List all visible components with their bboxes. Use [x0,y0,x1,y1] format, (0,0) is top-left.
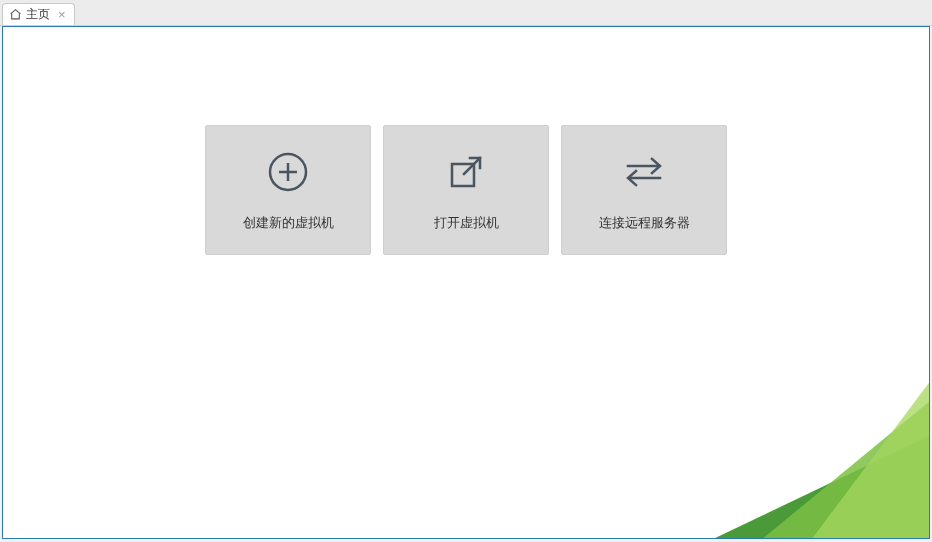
tab-title: 主页 [26,6,50,23]
close-icon[interactable]: × [58,8,66,21]
svg-line-4 [464,158,480,174]
connect-server-label: 连接远程服务器 [599,214,690,232]
svg-marker-8 [761,400,930,539]
decorative-corner [651,380,930,539]
action-cards: 创建新的虚拟机 打开虚拟机 连接远程服务器 [3,125,929,255]
open-vm-label: 打开虚拟机 [434,214,499,232]
svg-marker-9 [811,380,930,539]
content-area: 创建新的虚拟机 打开虚拟机 连接远程服务器 [2,26,930,539]
plus-circle-icon [266,148,310,196]
open-vm-button[interactable]: 打开虚拟机 [383,125,549,255]
tab-home[interactable]: 主页 × [2,3,75,25]
create-vm-button[interactable]: 创建新的虚拟机 [205,125,371,255]
home-icon [9,8,22,21]
create-vm-label: 创建新的虚拟机 [243,214,334,232]
tab-bar: 主页 × [0,0,932,26]
open-external-icon [444,148,488,196]
swap-arrows-icon [620,148,668,196]
connect-server-button[interactable]: 连接远程服务器 [561,125,727,255]
svg-marker-7 [711,435,930,539]
